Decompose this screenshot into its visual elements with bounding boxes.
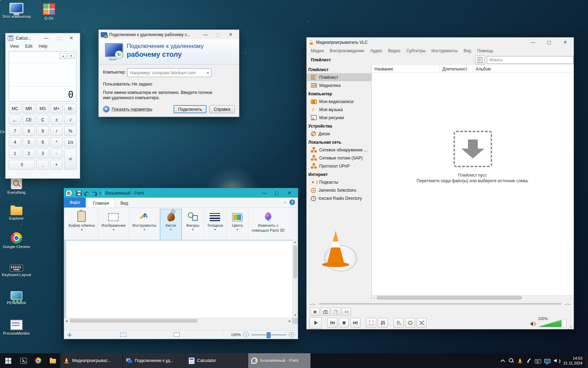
close-button[interactable]: ✕ <box>283 189 296 197</box>
calc-button[interactable]: MS <box>36 104 49 114</box>
desktop-icon[interactable]: PENetwork <box>1 290 31 305</box>
calc-button[interactable]: 9 <box>36 126 49 136</box>
random-button[interactable] <box>416 318 427 328</box>
desktop-icon[interactable]: Everything <box>1 178 31 195</box>
ribbon-group[interactable]: Цвета ▼ <box>226 209 248 241</box>
ribbon-group[interactable]: Фигуры ▼ <box>182 209 204 241</box>
desktop-icon[interactable]: Этот компьютер <box>1 3 31 19</box>
show-desktop-button[interactable] <box>586 353 588 368</box>
desktop-icon[interactable]: Explorer <box>1 204 31 221</box>
maximize-button[interactable]: ▢ <box>52 34 65 42</box>
calc-button[interactable]: % <box>64 126 77 136</box>
scrollbar-thumb[interactable] <box>70 319 197 323</box>
menu-item[interactable]: Edit <box>22 43 35 49</box>
menu-item[interactable]: Воспроизведение <box>330 48 364 53</box>
previous-button[interactable] <box>327 318 337 328</box>
column-header[interactable]: Длительност <box>440 65 473 73</box>
calc-button[interactable]: 0 <box>9 160 35 170</box>
undo-icon[interactable] <box>84 190 90 196</box>
calculator-titlebar[interactable]: Calcul... — ▢ ✕ <box>6 33 80 43</box>
sidebar-item[interactable]: Моя музыка <box>307 105 371 114</box>
sidebar-item[interactable]: Мои видеозаписи <box>307 97 371 105</box>
help-button[interactable]: Справка <box>209 105 235 113</box>
stop-button[interactable] <box>339 318 349 328</box>
menu-item[interactable]: Субтитры <box>406 48 426 53</box>
loop-button[interactable] <box>405 318 415 328</box>
search-input[interactable] <box>487 56 574 64</box>
playlist-horizontal-scrollbar[interactable]: ‹ › <box>372 295 574 300</box>
sidebar-item[interactable]: Подкасты <box>307 178 371 186</box>
tray-icon[interactable] <box>517 358 523 363</box>
calc-button[interactable]: 3 <box>36 149 49 158</box>
start-button[interactable] <box>0 353 16 368</box>
volume-slider[interactable] <box>539 319 566 327</box>
desktop-icon[interactable]: Q-Dir <box>34 3 64 21</box>
desktop-icon[interactable]: ProcessMonitor <box>1 319 31 336</box>
menu-item[interactable]: Медиа <box>311 48 324 53</box>
calc-button[interactable]: - <box>50 149 63 158</box>
menu-item[interactable]: Аудио <box>370 48 382 53</box>
scroll-right-icon[interactable]: › <box>569 295 574 300</box>
maximize-button[interactable]: ▢ <box>212 30 224 39</box>
fullscreen-button[interactable] <box>366 318 376 328</box>
quick-launch-button[interactable] <box>31 353 46 368</box>
playlist-button[interactable] <box>393 318 404 328</box>
scroll-right-icon[interactable]: ► <box>287 318 292 324</box>
tray-icon[interactable] <box>544 359 551 363</box>
sidebar-item[interactable]: Плейлист <box>307 73 371 81</box>
menu-item[interactable]: Вид <box>463 48 471 53</box>
calc-button[interactable]: , <box>36 160 49 170</box>
ribbon-group[interactable]: Буфер обмена ▼ <box>65 209 98 241</box>
maximize-button[interactable]: ▢ <box>271 189 283 197</box>
calc-button[interactable]: 7 <box>9 126 21 136</box>
menu-item[interactable]: View <box>7 43 22 49</box>
history-up-button[interactable]: ▲ <box>59 53 67 59</box>
vertical-scrollbar[interactable]: ▲ ▼ <box>292 240 298 318</box>
minimize-button[interactable]: — <box>199 30 212 39</box>
drop-target[interactable] <box>454 131 492 167</box>
show-options-icon[interactable] <box>103 106 110 113</box>
column-header[interactable]: Название <box>372 65 440 73</box>
scroll-left-icon[interactable]: ◄ <box>64 318 69 324</box>
connect-button[interactable]: Подключить <box>174 105 206 113</box>
view-toggle-button[interactable] <box>475 55 485 64</box>
next-button[interactable] <box>350 318 360 328</box>
computer-input[interactable] <box>128 70 205 75</box>
calc-button[interactable]: MC <box>9 104 21 114</box>
tray-icon[interactable] <box>526 358 532 363</box>
edit-with-paint3d-button[interactable]: Изменить с помощью Paint 3D <box>248 209 288 241</box>
tray-icon[interactable] <box>509 358 514 363</box>
scroll-left-icon[interactable]: ‹ <box>372 295 377 300</box>
paint-tab[interactable]: Файл <box>64 198 86 207</box>
zoom-in-icon[interactable]: + <box>289 332 294 338</box>
snapshot-button[interactable] <box>321 308 330 316</box>
play-button[interactable] <box>309 317 322 329</box>
history-down-button[interactable]: ▼ <box>68 53 75 59</box>
calc-button[interactable]: = <box>64 149 77 170</box>
paint-titlebar[interactable]: ▾ Безымянный - Paint — ▢ ✕ <box>64 188 298 198</box>
calc-button[interactable]: √ <box>64 115 77 125</box>
help-icon[interactable]: ? <box>289 199 295 205</box>
zoom-out-icon[interactable]: – <box>243 332 249 338</box>
redo-icon[interactable] <box>92 190 97 196</box>
column-header[interactable]: Альбом <box>473 65 574 73</box>
sidebar-item[interactable]: Jamendo Selections <box>307 186 371 194</box>
menu-item[interactable]: Помощь <box>477 48 493 53</box>
calc-button[interactable]: ± <box>50 115 63 125</box>
taskbar-task-button[interactable]: Медиапроигрыват... <box>60 353 122 368</box>
save-icon[interactable] <box>76 190 82 196</box>
resize-grip[interactable] <box>570 325 573 328</box>
calc-button[interactable]: 5 <box>23 137 35 147</box>
quick-launch-button[interactable] <box>16 353 31 368</box>
loop-ab-button[interactable]: AB <box>331 308 341 316</box>
calc-button[interactable]: / <box>50 126 63 136</box>
taskbar-task-button[interactable]: Подключение к уд... <box>123 353 185 368</box>
close-button[interactable]: ✕ <box>65 34 78 42</box>
sidebar-item[interactable]: Диски <box>307 130 371 138</box>
calc-button[interactable]: 1 <box>9 149 21 158</box>
scrollbar-thumb[interactable] <box>293 245 297 278</box>
calc-button[interactable]: ← <box>9 115 21 125</box>
computer-combobox[interactable]: ▾ <box>127 68 211 77</box>
paint-tab[interactable]: Главная <box>87 199 115 207</box>
calc-button[interactable]: * <box>50 137 63 147</box>
